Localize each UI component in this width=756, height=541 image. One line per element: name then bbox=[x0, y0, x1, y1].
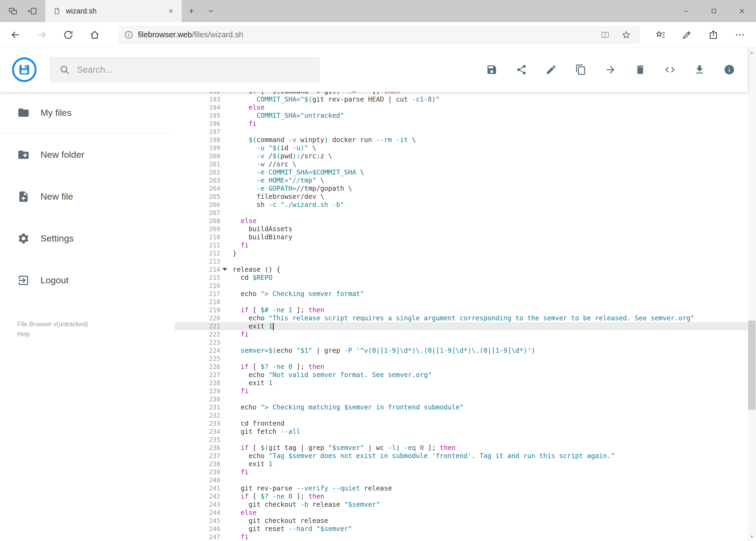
code-line[interactable]: echo "Tag $semver does not exist in subm… bbox=[224, 452, 615, 460]
code-line[interactable]: fi bbox=[224, 120, 257, 128]
code-line[interactable] bbox=[224, 128, 233, 136]
code-line[interactable] bbox=[224, 298, 233, 306]
code-line[interactable]: git rev-parse --verify --quiet release bbox=[224, 484, 392, 492]
copy-button[interactable] bbox=[575, 64, 587, 76]
code-line[interactable]: } bbox=[224, 249, 237, 258]
annotate-button[interactable] bbox=[674, 22, 700, 48]
code-line[interactable]: COMMIT_SHA="untracked" bbox=[224, 112, 344, 120]
new-tab-button[interactable] bbox=[182, 0, 201, 22]
home-button[interactable] bbox=[82, 22, 108, 48]
code-editor[interactable]: 192 if [ "$(command -v git)" != "" ]; th… bbox=[175, 92, 748, 541]
sidebar-item-new-folder[interactable]: New folder bbox=[0, 134, 175, 176]
code-line[interactable] bbox=[224, 395, 233, 403]
code-line[interactable] bbox=[224, 258, 233, 266]
help-link[interactable]: Help bbox=[17, 329, 88, 339]
code-line[interactable]: semver=$(echo "$1" | grep -P '^v(0|[1-9]… bbox=[224, 346, 535, 355]
code-line[interactable]: git checkout release bbox=[224, 517, 328, 525]
search-input[interactable] bbox=[77, 65, 313, 75]
scroll-up-button[interactable]: ▲ bbox=[748, 48, 756, 57]
code-line[interactable]: exit 1 bbox=[224, 322, 274, 330]
code-line[interactable]: if [ $? -ne 0 ]; then bbox=[224, 492, 324, 500]
code-line[interactable]: if [ "$(command -v git)" != "" ]; then bbox=[224, 92, 400, 95]
search-box[interactable] bbox=[50, 57, 320, 82]
code-line[interactable]: buildBinary bbox=[224, 233, 292, 241]
reading-view-button[interactable] bbox=[595, 27, 616, 43]
code-line[interactable]: buildAssets bbox=[224, 225, 292, 233]
code-line[interactable]: -e GOPATH=//tmp/gopath \ bbox=[224, 185, 352, 193]
code-line[interactable] bbox=[224, 355, 233, 363]
code-line[interactable]: -w //src \ bbox=[224, 160, 296, 168]
code-line[interactable]: release () { bbox=[224, 266, 280, 273]
forward-button[interactable] bbox=[29, 22, 55, 48]
move-button[interactable] bbox=[605, 64, 617, 76]
code-line[interactable]: git fetch --all bbox=[224, 427, 300, 436]
info-button[interactable] bbox=[723, 64, 735, 76]
set-tabs-aside-button[interactable] bbox=[23, 0, 42, 22]
code-line[interactable]: echo "> Checking semver format" bbox=[224, 290, 364, 298]
filebrowser-logo[interactable] bbox=[11, 57, 37, 83]
code-line[interactable] bbox=[224, 338, 233, 346]
code-line[interactable]: else bbox=[224, 104, 265, 112]
code-line[interactable] bbox=[224, 282, 233, 290]
code-line[interactable]: echo "> Checking matching $semver in fro… bbox=[224, 403, 464, 411]
code-line[interactable]: fi bbox=[224, 468, 249, 476]
code-line[interactable] bbox=[224, 436, 233, 444]
more-button[interactable] bbox=[727, 22, 753, 48]
code-line[interactable]: git checkout -b release "$semver" bbox=[224, 500, 380, 509]
fold-toggle-icon[interactable] bbox=[222, 268, 227, 271]
code-line[interactable] bbox=[224, 411, 233, 419]
code-line[interactable]: echo "Not valid semver format. See semve… bbox=[224, 371, 432, 379]
code-line[interactable]: else bbox=[224, 217, 257, 225]
tab-preview-button[interactable] bbox=[3, 0, 23, 22]
sidebar-item-my-files[interactable]: My files bbox=[0, 92, 175, 134]
code-button[interactable] bbox=[664, 64, 676, 76]
code-line[interactable]: filebrowser/dev \ bbox=[224, 193, 324, 201]
sidebar-item-new-file[interactable]: New file bbox=[0, 176, 175, 218]
minimize-button[interactable] bbox=[672, 0, 700, 22]
scroll-down-button[interactable]: ▼ bbox=[748, 532, 756, 541]
code-line[interactable]: fi bbox=[224, 241, 249, 249]
refresh-button[interactable] bbox=[55, 22, 82, 48]
code-line[interactable]: if [ $(git tag | grep "$semver" | wc -l)… bbox=[224, 444, 456, 452]
url-field[interactable]: filebrowser.web/files/wizard.sh bbox=[119, 26, 640, 44]
code-line[interactable]: if [ $? -ne 0 ]; then bbox=[224, 363, 324, 371]
code-line[interactable]: sh -c "./wizard.sh -b" bbox=[224, 201, 344, 209]
code-line[interactable]: $(command -v winpty) docker run --rm -it… bbox=[224, 136, 416, 144]
code-line[interactable]: else bbox=[224, 509, 257, 517]
share-button[interactable] bbox=[516, 64, 527, 76]
code-line[interactable]: fi bbox=[224, 387, 249, 395]
code-line[interactable]: if [ $# -ne 1 ]; then bbox=[224, 306, 324, 314]
code-line[interactable]: fi bbox=[224, 330, 249, 338]
code-line[interactable] bbox=[224, 209, 233, 217]
code-line[interactable]: -e COMMIT_SHA=$COMMIT_SHA \ bbox=[224, 168, 364, 176]
code-line[interactable]: git reset --hard "$semver" bbox=[224, 525, 352, 533]
code-line[interactable]: echo "This release script requires a sin… bbox=[224, 314, 694, 322]
download-button[interactable] bbox=[694, 64, 705, 76]
code-line[interactable]: -v /$(pwd):/src:z \ bbox=[224, 152, 332, 160]
hub-button[interactable] bbox=[647, 22, 674, 48]
code-line[interactable]: cd $REPO bbox=[224, 273, 273, 282]
tab-close-button[interactable] bbox=[165, 6, 176, 16]
save-button[interactable] bbox=[486, 64, 498, 76]
sidebar-item-settings[interactable]: Settings bbox=[0, 218, 175, 259]
code-line[interactable]: -e HOME="//tmp" \ bbox=[224, 176, 324, 185]
code-line[interactable]: -u "$(id -u)" \ bbox=[224, 144, 316, 152]
code-line[interactable]: exit 1 bbox=[224, 379, 273, 387]
rename-button[interactable] bbox=[545, 64, 557, 76]
code-line[interactable]: fi bbox=[224, 533, 249, 541]
code-line[interactable]: COMMIT_SHA="$(git rev-parse HEAD | cut -… bbox=[224, 95, 440, 104]
close-window-button[interactable] bbox=[728, 0, 756, 22]
share-button[interactable] bbox=[700, 22, 727, 48]
sidebar-item-logout[interactable]: Logout bbox=[0, 259, 175, 301]
browser-tab[interactable]: wizard.sh bbox=[45, 0, 182, 22]
favorite-button[interactable] bbox=[616, 27, 637, 43]
delete-button[interactable] bbox=[634, 64, 646, 76]
maximize-button[interactable] bbox=[700, 0, 728, 22]
back-button[interactable] bbox=[2, 22, 29, 48]
site-info-icon[interactable] bbox=[124, 30, 133, 40]
tab-list-dropdown-button[interactable] bbox=[201, 0, 220, 22]
scrollbar-thumb[interactable] bbox=[748, 320, 755, 410]
code-line[interactable]: cd frontend bbox=[224, 419, 285, 427]
code-line[interactable]: exit 1 bbox=[224, 460, 273, 468]
code-line[interactable] bbox=[224, 476, 233, 484]
